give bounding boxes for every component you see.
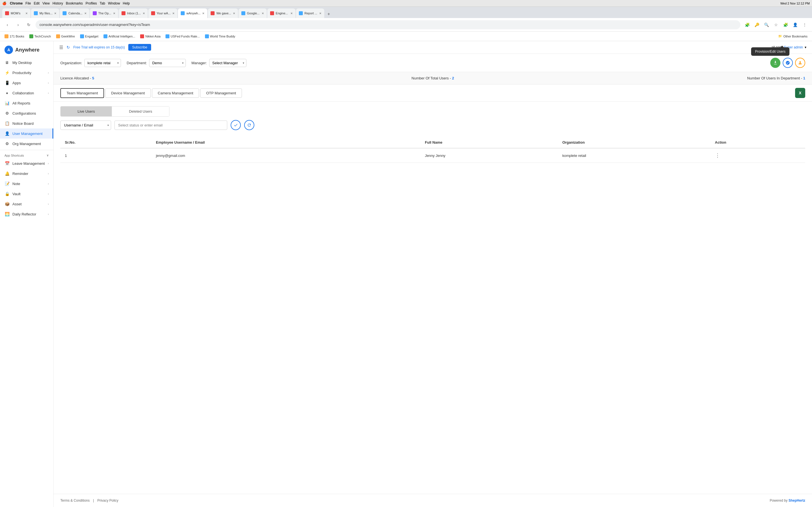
tab-myfiles[interactable]: My files... ✕ <box>31 8 59 18</box>
extension-icon-1[interactable]: 🧩 <box>743 21 751 29</box>
tab-close-engine[interactable]: ✕ <box>290 12 293 15</box>
search-type-select[interactable]: Username / Email Full Name Employee ID <box>60 121 111 130</box>
tab-google[interactable]: Google... ✕ <box>239 8 267 18</box>
bookmark-geekwire[interactable]: GeekWire <box>54 34 77 39</box>
users-toggle: Live Users Deleted Users <box>60 106 169 117</box>
provision-users-icon-btn[interactable] <box>783 58 793 68</box>
menu-chrome[interactable]: Chrome <box>10 1 22 5</box>
sidebar-item-daily-reflector[interactable]: 🌅 Daily Reflector › <box>0 209 53 219</box>
bookmark-171books[interactable]: 171 Books <box>2 34 27 39</box>
menu-edit[interactable]: Edit <box>34 1 40 5</box>
tab-wegave[interactable]: We gave... ✕ <box>208 8 238 18</box>
terms-link[interactable]: Terms & Conditions <box>60 499 90 503</box>
hamburger-button[interactable]: ☰ <box>59 45 63 50</box>
menu-profiles[interactable]: Profiles <box>86 1 97 5</box>
sidebar-item-configurations[interactable]: ⚙ Configurations <box>0 108 53 118</box>
menu-window[interactable]: Window <box>108 1 120 5</box>
col-srno: Sr.No. <box>60 137 151 148</box>
sidebar-item-note[interactable]: 📝 Note › <box>0 179 53 189</box>
sidebar-item-reminder[interactable]: 🔔 Reminder › <box>0 168 53 179</box>
sidebar-item-all-reports[interactable]: 📊 All Reports <box>0 98 53 108</box>
menu-view[interactable]: View <box>42 1 50 5</box>
tab-wanywh[interactable]: wAnywh... ✕ <box>178 8 207 18</box>
search-confirm-button[interactable] <box>231 120 241 130</box>
tab-close-moms[interactable]: ✕ <box>26 12 28 15</box>
sidebar-item-apps[interactable]: 📱 Apps › <box>0 78 53 88</box>
user-dropdown-arrow[interactable]: ▾ <box>805 45 806 49</box>
sidebar-item-org-management[interactable]: ⚙ Org Management <box>0 138 53 149</box>
department-select[interactable]: Demo <box>149 59 186 67</box>
refresh-button[interactable]: ↻ <box>66 45 70 50</box>
tab-close-calendar[interactable]: ✕ <box>84 12 87 15</box>
tab-inbox[interactable]: Inbox (1... ✕ <box>119 8 148 18</box>
sidebar-item-collaboration[interactable]: ● Collaboration › <box>0 88 53 98</box>
download-icon-btn[interactable] <box>770 58 780 68</box>
menu-history[interactable]: History <box>52 1 63 5</box>
sidebar-item-vault[interactable]: 🔒 Vault › <box>0 189 53 199</box>
back-button[interactable]: ‹ <box>3 21 11 29</box>
tab-close-myfiles[interactable]: ✕ <box>54 12 56 15</box>
tab-close-report[interactable]: ✕ <box>319 12 321 15</box>
search-reset-button[interactable] <box>244 120 254 130</box>
bookmark-techcrunch[interactable]: TechCrunch <box>27 34 53 39</box>
sidebar-item-asset[interactable]: 📦 Asset › <box>0 199 53 209</box>
tab-moms[interactable]: MOM's ✕ <box>2 8 31 18</box>
desktop-icon: 🖥 <box>4 60 10 65</box>
profile-icon[interactable]: 👤 <box>791 21 799 29</box>
bookmark-worldtime[interactable]: World Time Buddy <box>203 34 238 39</box>
tab-otp-management[interactable]: OTP Management <box>200 89 242 98</box>
tab-calendar[interactable]: Calenda... ✕ <box>60 8 89 18</box>
tab-close-yourwa[interactable]: ✕ <box>172 12 174 15</box>
app-shortcuts-toggle[interactable]: ∨ <box>47 154 49 157</box>
row-action-menu-1[interactable]: ⋮ <box>715 153 720 158</box>
sidebar-item-notice-board[interactable]: 📋 Notice Board <box>0 118 53 128</box>
menu-tab[interactable]: Tab <box>100 1 105 5</box>
other-bookmarks[interactable]: 📁 Other Bookmarks <box>776 34 810 39</box>
manager-select[interactable]: Select Manager <box>209 59 246 67</box>
tab-theop[interactable]: The Op... ✕ <box>90 8 118 18</box>
tab-close-wegave[interactable]: ✕ <box>233 12 235 15</box>
tab-report[interactable]: Report ... ✕ <box>296 8 324 18</box>
search-input[interactable] <box>114 121 227 130</box>
sidebar-item-leave-management[interactable]: 📅 Leave Management › <box>0 158 53 168</box>
extension-icon-2[interactable]: 🔑 <box>753 21 761 29</box>
tab-favicon-theop <box>93 11 97 15</box>
menu-bookmarks[interactable]: Bookmarks <box>66 1 83 5</box>
tab-yourwa[interactable]: Your wA... ✕ <box>148 8 177 18</box>
bookmark-ai[interactable]: Artificial Intelligen... <box>101 34 138 39</box>
bookmark-usfed[interactable]: USFed Funds Rate... <box>163 34 202 39</box>
tab-camera-management[interactable]: Camera Management <box>152 89 199 98</box>
extension-icon-3[interactable]: 🧩 <box>781 21 790 29</box>
new-tab-button[interactable]: + <box>325 10 333 18</box>
subscribe-button[interactable]: Subscribe <box>128 44 151 51</box>
tab-close-wanywh[interactable]: ✕ <box>202 12 204 15</box>
menu-help[interactable]: Help <box>123 1 130 5</box>
tab-engine[interactable]: Engine... ✕ <box>267 8 296 18</box>
url-bar[interactable]: console.wanywhere.com/superadmin/user-ma… <box>36 20 741 29</box>
reload-button[interactable]: ↻ <box>25 21 33 29</box>
sidebar-item-user-management[interactable]: 👤 User Management <box>0 128 53 138</box>
sidebar-item-productivity[interactable]: ⚡ Productivity › <box>0 68 53 78</box>
bookmark-icon[interactable]: ☆ <box>772 21 780 29</box>
filter-row: Organization: komplete retai ▾ Departmen… <box>54 54 812 72</box>
menu-file[interactable]: File <box>26 1 31 5</box>
excel-export-button[interactable]: X <box>795 88 805 98</box>
live-users-toggle[interactable]: Live Users <box>61 107 112 116</box>
sidebar-item-my-desktop[interactable]: 🖥 My Desktop <box>0 57 53 68</box>
search-icon[interactable]: 🔍 <box>762 21 770 29</box>
organization-select[interactable]: komplete retai <box>84 59 121 67</box>
bookmark-nikkei[interactable]: Nikkei Asia <box>138 34 163 39</box>
apple-menu[interactable]: 🍎 <box>2 1 6 5</box>
tab-device-management[interactable]: Device Management <box>105 89 151 98</box>
deleted-users-toggle[interactable]: Deleted Users <box>112 107 169 116</box>
tab-close-theop[interactable]: ✕ <box>113 12 115 15</box>
tab-team-management[interactable]: Team Management <box>60 88 104 98</box>
col-email: Employee Username / Email <box>151 137 420 148</box>
tab-close-inbox[interactable]: ✕ <box>143 12 145 15</box>
user-icon-btn[interactable] <box>795 58 805 68</box>
privacy-link[interactable]: Privacy Policy <box>97 499 118 503</box>
more-menu-icon[interactable]: ⋮ <box>801 21 809 29</box>
tab-close-google[interactable]: ✕ <box>262 12 264 15</box>
bookmark-engadget[interactable]: Engadget <box>78 34 101 39</box>
forward-button[interactable]: › <box>14 21 22 29</box>
